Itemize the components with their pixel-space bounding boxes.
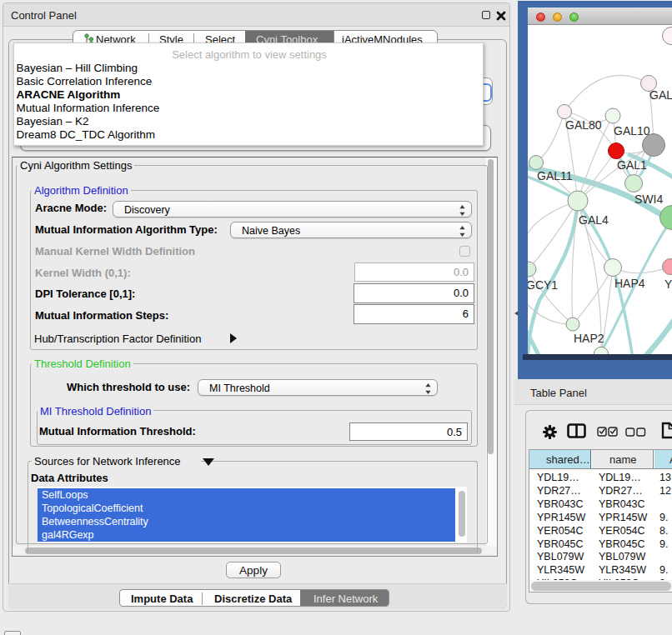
svg-text:GAL: GAL: [649, 88, 672, 102]
svg-text:GAL80: GAL80: [565, 118, 602, 132]
svg-text:HAP2: HAP2: [574, 332, 604, 345]
svg-text:GAL1: GAL1: [617, 158, 647, 172]
svg-text:Y: Y: [664, 278, 672, 291]
svg-text:GAL11: GAL11: [537, 169, 573, 182]
svg-text:GAL4: GAL4: [579, 213, 609, 227]
svg-text:GCY1: GCY1: [528, 278, 558, 292]
svg-text:SWI4: SWI4: [634, 192, 663, 206]
svg-text:HAP4: HAP4: [614, 277, 645, 290]
svg-text:GAL10: GAL10: [614, 124, 650, 138]
